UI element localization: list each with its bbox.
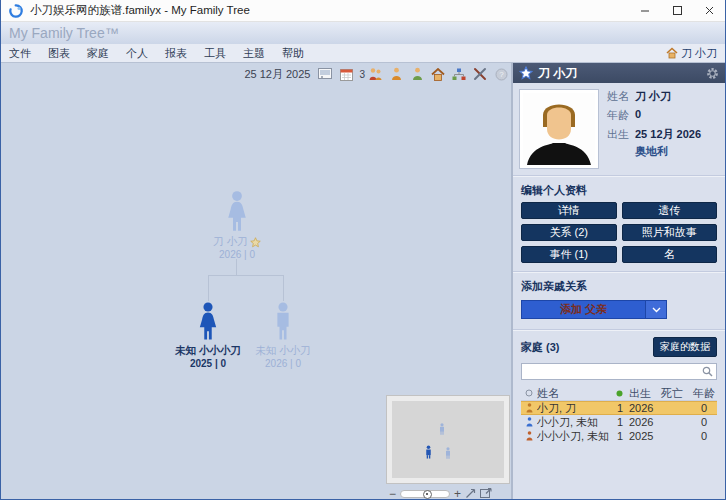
- app-logo-icon: [9, 4, 23, 18]
- zoom-out-button[interactable]: −: [389, 489, 396, 499]
- person-male-icon: [521, 417, 537, 427]
- chevron-down-icon: [652, 307, 661, 313]
- zoom-in-button[interactable]: +: [454, 489, 461, 499]
- person-female-icon: [521, 431, 537, 441]
- events-button[interactable]: 事件 (1): [521, 246, 617, 263]
- connector-line: [236, 259, 237, 275]
- home-icon: [666, 47, 678, 59]
- svg-text:?: ?: [499, 70, 504, 79]
- canvas-toolbar: 25 12月 2025 3: [244, 66, 509, 82]
- menu-bar: 文件 图表 家庭 个人 报表 工具 主题 帮助 刀 小刀: [1, 44, 725, 62]
- current-person-shortcut[interactable]: 刀 小刀: [666, 46, 717, 61]
- edit-section-title: 编辑个人资料: [513, 177, 725, 202]
- menu-reports[interactable]: 报表: [165, 46, 187, 61]
- maximize-button[interactable]: [661, 0, 693, 21]
- search-icon: [702, 366, 713, 377]
- edit-buttons: 详情 遗传 关系 (2) 照片和故事 事件 (1) 名: [513, 202, 725, 271]
- name-value: 刀 小刀: [635, 89, 671, 104]
- family-data-button[interactable]: 家庭的数据: [653, 337, 717, 357]
- family-table: 姓名 出生 死亡 年龄 小刀, 刀 1 2026 0: [521, 386, 717, 443]
- tree-node-root-label[interactable]: 刀 小刀 2026 | 0: [167, 235, 307, 260]
- minimap-figure: [438, 423, 446, 435]
- family-section-header: 家庭 (3) 家庭的数据: [513, 331, 725, 361]
- connector-line: [208, 275, 284, 276]
- current-person-name: 刀 小刀: [681, 46, 717, 61]
- minimap-figure-selected: [424, 445, 433, 459]
- names-button[interactable]: 名: [622, 246, 718, 263]
- tools-icon[interactable]: [472, 66, 488, 82]
- tree-node-child2-figure[interactable]: [269, 301, 297, 343]
- menu-themes[interactable]: 主题: [243, 46, 265, 61]
- events-column-icon: [611, 387, 625, 399]
- fit-to-window-icon[interactable]: [465, 488, 476, 499]
- col-age[interactable]: 年龄: [691, 386, 717, 401]
- family-group-icon[interactable]: [367, 66, 383, 82]
- age-value: 0: [635, 108, 641, 123]
- gear-icon[interactable]: [706, 67, 719, 80]
- col-birth[interactable]: 出生: [625, 386, 661, 401]
- help-icon[interactable]: ?: [493, 66, 509, 82]
- profile-photo[interactable]: [519, 89, 599, 169]
- minimap-view[interactable]: [392, 401, 504, 478]
- zoom-slider-thumb[interactable]: [423, 490, 432, 499]
- fullscreen-icon[interactable]: [480, 488, 492, 499]
- connector-line: [283, 275, 284, 301]
- minimap-panel[interactable]: [386, 395, 510, 484]
- add-relative-split-button: 添加 父亲: [521, 300, 667, 319]
- heredity-button[interactable]: 遗传: [622, 202, 718, 219]
- menu-tools[interactable]: 工具: [204, 46, 226, 61]
- profile-details: 姓名 刀 小刀 年龄 0 出生 25 12月 2026 奥地利: [607, 89, 701, 169]
- chart-icon[interactable]: [451, 66, 467, 82]
- add-father-button[interactable]: 添加 父亲: [521, 300, 645, 319]
- age-label: 年龄: [607, 108, 635, 123]
- slideshow-icon[interactable]: [317, 66, 333, 82]
- col-name[interactable]: 姓名: [537, 386, 611, 401]
- zoom-slider[interactable]: [400, 490, 450, 498]
- tree-node-child2-label[interactable]: 未知 小小刀 2026 | 0: [213, 344, 353, 369]
- tree-node-root-figure[interactable]: [222, 189, 252, 235]
- relationships-button[interactable]: 关系 (2): [521, 224, 617, 241]
- add-relative-dropdown[interactable]: [645, 300, 667, 319]
- menu-family[interactable]: 家庭: [87, 46, 109, 61]
- col-death[interactable]: 死亡: [661, 386, 691, 401]
- birthplace-value: 奥地利: [635, 144, 701, 159]
- family-row[interactable]: 小小小刀, 未知 1 2025 0: [521, 429, 717, 443]
- connector-line: [208, 275, 209, 301]
- current-date: 25 12月 2025: [244, 67, 310, 82]
- person-male-icon[interactable]: [409, 66, 425, 82]
- family-row[interactable]: 小小刀, 未知 1 2026 0: [521, 415, 717, 429]
- root-dates: 2026 | 0: [167, 249, 307, 260]
- tree-canvas[interactable]: 25 12月 2025 3: [1, 63, 511, 500]
- photos-stories-button[interactable]: 照片和故事: [622, 224, 718, 241]
- person-female-icon[interactable]: [388, 66, 404, 82]
- menu-file[interactable]: 文件: [9, 46, 31, 61]
- people-count: 3: [359, 69, 365, 80]
- close-button[interactable]: [693, 0, 725, 21]
- name-label: 姓名: [607, 89, 635, 104]
- title-bar: 小刀娱乐网的族谱.familyx - My Family Tree: [1, 0, 725, 22]
- family-title: 家庭 (3): [521, 340, 653, 355]
- menu-charts[interactable]: 图表: [48, 46, 70, 61]
- menu-individual[interactable]: 个人: [126, 46, 148, 61]
- window-title: 小刀娱乐网的族谱.familyx - My Family Tree: [30, 3, 629, 18]
- child2-name: 未知 小小刀: [213, 344, 353, 358]
- star-icon: [250, 237, 261, 248]
- app-banner: My Family Tree™: [1, 22, 725, 44]
- add-relative-title: 添加亲戚关系: [513, 273, 725, 298]
- sidebar-header: 刀 小刀: [513, 63, 725, 83]
- details-button[interactable]: 详情: [521, 202, 617, 219]
- sidebar-person-name: 刀 小刀: [538, 65, 701, 82]
- root-star-icon: [519, 66, 533, 80]
- tree-node-child1-figure[interactable]: [194, 301, 222, 343]
- minimize-button[interactable]: [629, 0, 661, 21]
- person-female-icon: [521, 403, 537, 413]
- profile-section: 姓名 刀 小刀 年龄 0 出生 25 12月 2026 奥地利: [513, 83, 725, 175]
- family-table-header[interactable]: 姓名 出生 死亡 年龄: [521, 386, 717, 401]
- calendar-icon[interactable]: [338, 66, 354, 82]
- family-row-selected[interactable]: 小刀, 刀 1 2026 0: [521, 401, 717, 415]
- family-search-input[interactable]: [522, 364, 702, 379]
- family-search: [521, 363, 717, 380]
- home-ancestor-icon[interactable]: [430, 66, 446, 82]
- menu-help[interactable]: 帮助: [282, 46, 304, 61]
- child2-dates: 2026 | 0: [213, 358, 353, 369]
